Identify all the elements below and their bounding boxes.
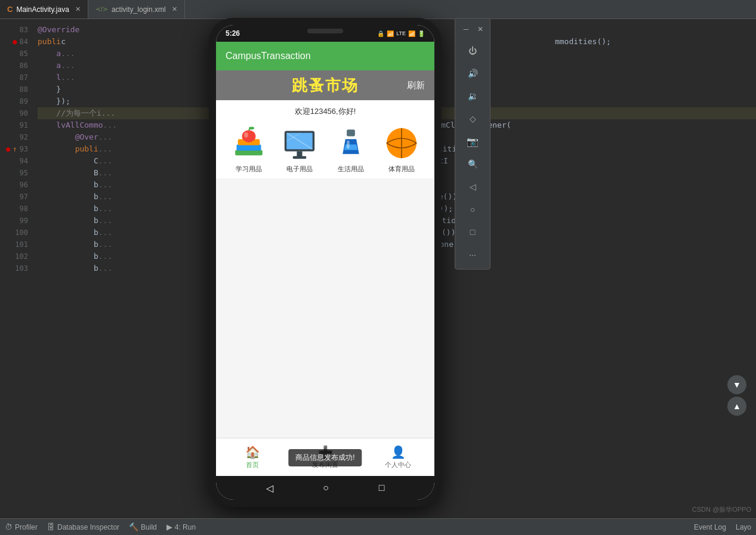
nav-home-label: 首页 xyxy=(246,460,259,469)
lte-label: LTE xyxy=(396,30,406,36)
bottom-bar: ⏱ Profiler 🗄 Database Inspector 🔨 Build … xyxy=(0,518,756,535)
java-icon: C xyxy=(7,5,13,14)
bottom-bar-layout[interactable]: Layo xyxy=(736,523,751,531)
xml-icon: ≺/≻ xyxy=(95,5,108,13)
toast-message: 商品信息发布成功! xyxy=(288,449,362,466)
line-102: 102 xyxy=(0,251,28,262)
content-header: 跳蚤市场 刷新 xyxy=(216,70,434,100)
vol-up-btn[interactable]: 🔊 xyxy=(463,64,482,83)
vol-down-btn[interactable]: 🔉 xyxy=(463,86,482,106)
bottom-bar-run[interactable]: ▶ 4: Run xyxy=(166,522,196,531)
csdn-watermark: CSDN @振华OPPO xyxy=(692,505,751,514)
line-86: 86 xyxy=(0,60,28,72)
line-91: 91 xyxy=(0,119,28,131)
event-log-label: Event Log xyxy=(694,523,726,531)
line-101: 101 xyxy=(0,239,28,251)
more-btn[interactable]: ··· xyxy=(463,245,482,264)
electronics-label: 电子用品 xyxy=(286,165,313,174)
back-ctrl-btn[interactable]: ◁ xyxy=(463,177,482,196)
status-bar: 5:26 🔒 📶 LTE 📶 🔋 xyxy=(216,25,434,42)
android-nav: ◁ ○ □ xyxy=(216,476,434,500)
line-84: ●84 xyxy=(0,36,28,48)
minimize-btn[interactable]: ─ xyxy=(460,23,472,35)
db-inspector-icon: 🗄 xyxy=(47,522,55,531)
bottom-bar-db-inspector[interactable]: 🗄 Database Inspector xyxy=(47,522,119,531)
svg-point-6 xyxy=(244,132,248,138)
line-90: 90 xyxy=(0,107,28,119)
tab-activity-login-label: activity_login.xml xyxy=(112,5,166,14)
screenshot-btn[interactable]: 📷 xyxy=(463,132,482,151)
category-life[interactable]: 生活用品 xyxy=(328,124,374,174)
line-94: 94 xyxy=(0,155,28,167)
line-numbers: 83 ●84 85 86 87 88 89 90 91 92 ●↑93 94 9… xyxy=(0,19,33,518)
bottom-bar-build[interactable]: 🔨 Build xyxy=(129,522,157,531)
content-spacer xyxy=(216,178,434,438)
line-88: 88 xyxy=(0,84,28,95)
home-ctrl-btn[interactable]: ○ xyxy=(463,200,482,219)
tab-main-activity-label: MainActivity.java xyxy=(16,5,69,14)
back-btn[interactable]: ◁ xyxy=(266,483,273,494)
line-99: 99 xyxy=(0,215,28,227)
status-icons: 🔒 📶 LTE 📶 🔋 xyxy=(377,30,425,37)
build-icon: 🔨 xyxy=(129,522,138,531)
tab-activity-login[interactable]: ≺/≻ activity_login.xml ✕ xyxy=(88,0,185,18)
line-96: 96 xyxy=(0,179,28,191)
phone-container: 5:26 🔒 📶 LTE 📶 🔋 CampusTransaction 跳蚤市场 … xyxy=(209,18,442,507)
tab-close-main[interactable]: ✕ xyxy=(75,5,81,13)
svg-rect-11 xyxy=(297,151,303,157)
recents-ctrl-btn[interactable]: □ xyxy=(463,222,482,242)
battery-icon: 🔋 xyxy=(418,30,425,37)
home-icon: 🏠 xyxy=(245,445,260,459)
home-btn[interactable]: ○ xyxy=(323,483,329,493)
line-93: ●↑93 xyxy=(0,143,28,155)
profiler-label: Profiler xyxy=(15,523,38,531)
refresh-button[interactable]: 刷新 xyxy=(407,80,425,91)
life-icon xyxy=(332,124,370,162)
scroll-down-btn[interactable]: ▼ xyxy=(727,375,746,394)
lock-icon: 🔒 xyxy=(377,30,384,37)
category-sports[interactable]: 体育用品 xyxy=(379,124,425,174)
electronics-icon xyxy=(280,124,319,162)
category-study[interactable]: 学习用品 xyxy=(226,124,272,174)
study-icon xyxy=(230,124,268,162)
svg-rect-14 xyxy=(347,140,350,149)
emulator-window-controls: ─ ✕ xyxy=(455,23,490,35)
profile-icon: 👤 xyxy=(391,445,406,459)
emulator-controls: ─ ✕ ⏻ 🔊 🔉 ◇ 📷 🔍 ◁ ○ □ ··· xyxy=(455,18,490,270)
bottom-bar-profiler[interactable]: ⏱ Profiler xyxy=(5,522,38,531)
signal-icon: 📶 xyxy=(408,30,415,37)
line-83: 83 xyxy=(0,24,28,36)
study-label: 学习用品 xyxy=(236,165,262,174)
bottom-bar-event-log[interactable]: Event Log xyxy=(694,523,726,531)
svg-rect-12 xyxy=(293,156,307,159)
svg-rect-13 xyxy=(347,129,355,136)
rotate-btn[interactable]: ◇ xyxy=(463,109,482,128)
line-100: 100 xyxy=(0,227,28,239)
line-97: 97 xyxy=(0,191,28,203)
recents-btn[interactable]: □ xyxy=(379,483,385,493)
line-85: 85 xyxy=(0,48,28,60)
zoom-btn[interactable]: 🔍 xyxy=(463,154,482,174)
line-95: 95 xyxy=(0,167,28,179)
csdn-text: CSDN @振华OPPO xyxy=(692,505,751,514)
line-87: 87 xyxy=(0,72,28,84)
svg-point-3 xyxy=(242,130,255,143)
category-electronics[interactable]: 电子用品 xyxy=(277,124,323,174)
tab-main-activity[interactable]: C MainActivity.java ✕ xyxy=(0,0,88,18)
svg-rect-1 xyxy=(236,144,261,150)
nav-home[interactable]: 🏠 首页 xyxy=(216,438,289,476)
scroll-up-btn[interactable]: ▲ xyxy=(727,397,746,416)
run-label: 4: Run xyxy=(175,523,196,531)
close-btn[interactable]: ✕ xyxy=(474,23,486,35)
phone-outer: 5:26 🔒 📶 LTE 📶 🔋 CampusTransaction 跳蚤市场 … xyxy=(209,18,442,507)
app-bar-title: CampusTransaction xyxy=(226,51,311,61)
db-inspector-label: Database Inspector xyxy=(57,523,119,531)
phone-screen: 5:26 🔒 📶 LTE 📶 🔋 CampusTransaction 跳蚤市场 … xyxy=(216,25,434,500)
life-label: 生活用品 xyxy=(338,165,364,174)
nav-profile-label: 个人中心 xyxy=(385,460,411,469)
nav-arrows: ▼ ▲ xyxy=(727,375,746,416)
nav-profile[interactable]: 👤 个人中心 xyxy=(362,438,434,476)
power-btn[interactable]: ⏻ xyxy=(463,41,482,60)
line-92: 92 xyxy=(0,131,28,143)
tab-close-login[interactable]: ✕ xyxy=(172,5,177,13)
